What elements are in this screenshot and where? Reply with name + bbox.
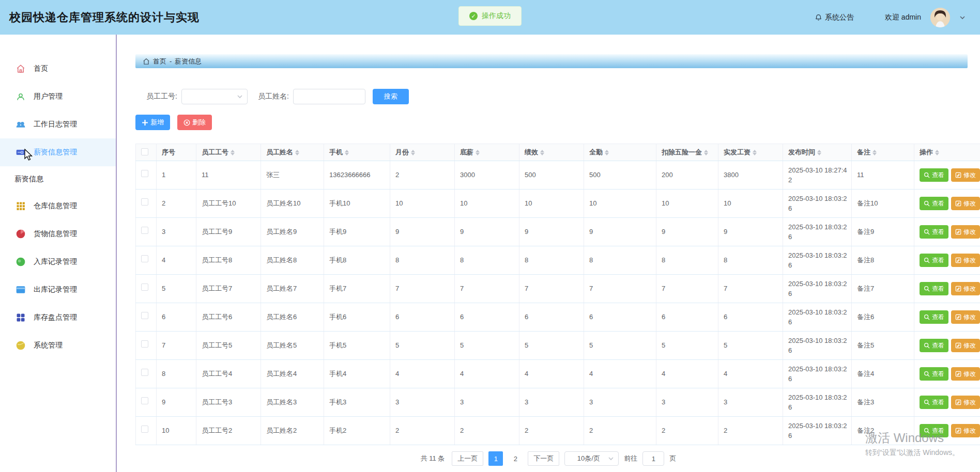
view-button-label: 查看 xyxy=(932,256,944,265)
avatar[interactable] xyxy=(930,8,950,27)
column-header[interactable]: 发布时间 xyxy=(783,144,852,161)
sidebar-item-inventory[interactable]: 库存盘点管理 xyxy=(0,304,116,332)
table-cell: 10 xyxy=(718,190,783,218)
column-header[interactable]: 员工工号 xyxy=(196,144,261,161)
view-button[interactable]: 查看 xyxy=(920,424,948,437)
sidebar-item-goods[interactable]: 货物信息管理 xyxy=(0,220,116,248)
sort-caret-icon[interactable] xyxy=(345,150,349,155)
table-cell: 11 xyxy=(196,161,261,190)
table-cell: 5 xyxy=(455,332,519,360)
edit-button[interactable]: 修改 xyxy=(951,339,980,352)
row-checkbox[interactable] xyxy=(141,397,148,404)
view-button[interactable]: 查看 xyxy=(920,197,948,210)
row-checkbox[interactable] xyxy=(141,284,148,291)
table-cell: 备注5 xyxy=(852,332,914,360)
view-button-label: 查看 xyxy=(932,313,944,322)
view-button[interactable]: 查看 xyxy=(920,168,948,182)
column-header-label: 实发工资 xyxy=(724,148,751,157)
view-button[interactable]: 查看 xyxy=(920,367,948,381)
row-checkbox[interactable] xyxy=(141,227,148,234)
column-header[interactable]: 全勤 xyxy=(584,144,656,161)
edit-button[interactable]: 修改 xyxy=(951,310,980,324)
sidebar-item-users[interactable]: 用户管理 xyxy=(0,83,116,111)
edit-button[interactable]: 修改 xyxy=(951,396,980,409)
page-size-select[interactable]: 10条/页 xyxy=(564,451,619,466)
prev-page-button[interactable]: 上一页 xyxy=(452,451,483,466)
column-header[interactable]: 员工姓名 xyxy=(261,144,324,161)
view-button[interactable]: 查看 xyxy=(920,396,948,409)
edit-button[interactable]: 修改 xyxy=(951,424,980,437)
sidebar-item-system[interactable]: 系统管理 xyxy=(0,332,116,359)
row-actions-cell: 查看修改删除 xyxy=(914,190,980,218)
edit-button[interactable]: 修改 xyxy=(951,168,980,182)
column-header[interactable]: 扣除五险一金 xyxy=(656,144,718,161)
sort-caret-icon[interactable] xyxy=(935,150,939,155)
green-dot-icon xyxy=(16,257,26,267)
search-button[interactable]: 搜索 xyxy=(373,89,409,104)
column-header[interactable]: 手机 xyxy=(324,144,390,161)
sidebar-item-warehouse[interactable]: 仓库信息管理 xyxy=(0,192,116,220)
announcement-link[interactable]: 系统公告 xyxy=(815,13,854,22)
sidebar-item-inbound[interactable]: 入库记录管理 xyxy=(0,248,116,276)
view-button[interactable]: 查看 xyxy=(920,225,948,239)
view-button[interactable]: 查看 xyxy=(920,282,948,295)
sidebar-item-outbound[interactable]: 出库记录管理 xyxy=(0,276,116,304)
success-check-icon: ✓ xyxy=(469,12,478,20)
row-checkbox[interactable] xyxy=(141,255,148,262)
edit-button[interactable]: 修改 xyxy=(951,367,980,381)
table-cell: 3 xyxy=(157,218,196,246)
next-page-button[interactable]: 下一页 xyxy=(528,451,559,466)
view-button[interactable]: 查看 xyxy=(920,254,948,267)
delete-button[interactable]: 删除 xyxy=(177,115,212,130)
sort-caret-icon[interactable] xyxy=(231,150,235,155)
row-checkbox[interactable] xyxy=(141,170,148,177)
sort-caret-icon[interactable] xyxy=(704,150,708,155)
employee-no-select[interactable] xyxy=(181,89,248,104)
column-header[interactable]: 绩效 xyxy=(519,144,584,161)
table-cell: 张三 xyxy=(261,161,324,190)
sidebar-item-worklog[interactable]: 工作日志管理 xyxy=(0,111,116,138)
magnifier-icon xyxy=(924,229,930,235)
header-right: 系统公告 欢迎 admin xyxy=(815,8,966,27)
add-button[interactable]: 新增 xyxy=(135,115,170,130)
page-2-button[interactable]: 2 xyxy=(508,451,523,466)
sort-caret-icon[interactable] xyxy=(476,150,480,155)
column-header-label: 月份 xyxy=(395,148,409,157)
column-header: 序号 xyxy=(157,144,196,161)
edit-button[interactable]: 修改 xyxy=(951,225,980,239)
table-cell: 2025-03-10 18:03:26 xyxy=(783,303,852,332)
edit-button[interactable]: 修改 xyxy=(951,254,980,267)
column-header[interactable]: 月份 xyxy=(390,144,455,161)
chevron-down-icon[interactable] xyxy=(959,14,966,21)
sort-caret-icon[interactable] xyxy=(817,150,821,155)
sort-caret-icon[interactable] xyxy=(605,150,609,155)
employee-name-input[interactable] xyxy=(293,89,365,104)
sort-caret-icon[interactable] xyxy=(295,150,299,155)
row-checkbox[interactable] xyxy=(141,312,148,319)
edit-button[interactable]: 修改 xyxy=(951,282,980,295)
row-checkbox[interactable] xyxy=(141,369,148,376)
view-button[interactable]: 查看 xyxy=(920,339,948,352)
page-1-button[interactable]: 1 xyxy=(488,451,503,466)
view-button[interactable]: 查看 xyxy=(920,310,948,324)
sort-caret-icon[interactable] xyxy=(872,150,877,155)
sidebar-item-salary[interactable]: 薪资信息管理 xyxy=(0,138,116,166)
sort-caret-icon[interactable] xyxy=(753,150,757,155)
column-header[interactable]: 底薪 xyxy=(455,144,519,161)
magnifier-icon xyxy=(924,257,930,263)
row-checkbox[interactable] xyxy=(141,340,148,348)
sidebar-item-home[interactable]: 首页 xyxy=(0,55,116,83)
goto-page-input[interactable] xyxy=(642,451,664,466)
sort-caret-icon[interactable] xyxy=(540,150,544,155)
row-checkbox[interactable] xyxy=(141,426,148,433)
sort-caret-icon[interactable] xyxy=(411,150,415,155)
column-header[interactable]: 实发工资 xyxy=(718,144,783,161)
column-header[interactable]: 操作 xyxy=(914,144,980,161)
column-header[interactable]: 备注 xyxy=(852,144,914,161)
edit-button[interactable]: 修改 xyxy=(951,197,980,210)
sidebar-item-label: 入库记录管理 xyxy=(34,257,77,266)
row-checkbox[interactable] xyxy=(141,198,148,206)
row-checkbox-cell xyxy=(136,360,157,388)
select-all-checkbox[interactable] xyxy=(141,148,148,155)
breadcrumb-home[interactable]: 首页 xyxy=(153,57,166,66)
